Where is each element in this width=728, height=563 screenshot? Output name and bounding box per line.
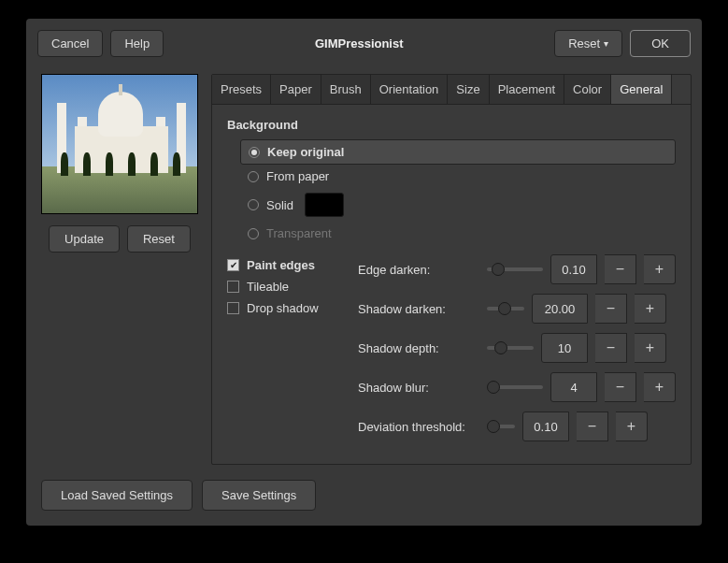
radio-icon (248, 199, 259, 210)
check-label: Tileable (247, 280, 289, 294)
background-section-title: Background (227, 118, 676, 132)
preview-reset-button[interactable]: Reset (127, 225, 191, 253)
ok-button[interactable]: OK (630, 30, 691, 57)
radio-label: Transparent (266, 226, 332, 240)
radio-label: From paper (266, 169, 329, 183)
tab-bar: Presets Paper Brush Orientation Size Pla… (212, 75, 691, 105)
chevron-down-icon: ▾ (604, 38, 608, 49)
radio-icon (249, 147, 260, 158)
tab-general[interactable]: General (611, 75, 672, 104)
shadow-depth-label: Shadow depth: (358, 341, 479, 355)
edge-darken-label: Edge darken: (358, 263, 479, 277)
deviation-input[interactable]: 0.10 (522, 411, 569, 441)
shadow-depth-minus[interactable]: − (595, 333, 627, 363)
reset-label: Reset (568, 36, 600, 51)
check-label: Drop shadow (247, 301, 319, 315)
tab-brush[interactable]: Brush (321, 75, 371, 104)
preview-image (41, 74, 198, 214)
deviation-slider[interactable] (487, 425, 515, 428)
shadow-blur-label: Shadow blur: (358, 381, 479, 395)
radio-icon (248, 171, 259, 182)
tab-orientation[interactable]: Orientation (371, 75, 449, 104)
shadow-darken-plus[interactable]: + (635, 294, 666, 324)
deviation-label: Deviation threshold: (358, 420, 479, 434)
radio-transparent: Transparent (240, 222, 676, 245)
shadow-depth-input[interactable]: 10 (541, 333, 588, 363)
edge-darken-input[interactable]: 0.10 (550, 254, 597, 284)
radio-solid[interactable]: Solid (240, 188, 676, 222)
shadow-blur-minus[interactable]: − (605, 372, 636, 402)
check-drop-shadow[interactable]: Drop shadow (227, 297, 339, 319)
radio-label: Keep original (267, 145, 344, 159)
tab-presets[interactable]: Presets (212, 75, 271, 104)
checkbox-icon (227, 281, 239, 293)
shadow-blur-input[interactable]: 4 (550, 372, 597, 402)
shadow-depth-plus[interactable]: + (635, 333, 666, 363)
tab-paper[interactable]: Paper (271, 75, 321, 104)
shadow-darken-slider[interactable] (487, 307, 524, 310)
tab-size[interactable]: Size (448, 75, 489, 104)
radio-label: Solid (266, 198, 293, 212)
shadow-depth-slider[interactable] (487, 346, 534, 350)
radio-keep-original[interactable]: Keep original (240, 139, 676, 165)
edge-darken-slider[interactable] (487, 267, 543, 271)
check-label: Paint edges (247, 258, 315, 272)
deviation-plus[interactable]: + (616, 411, 648, 441)
shadow-blur-plus[interactable]: + (644, 372, 676, 402)
tab-placement[interactable]: Placement (490, 75, 564, 104)
deviation-minus[interactable]: − (577, 411, 608, 441)
edge-darken-minus[interactable]: − (605, 254, 636, 284)
checkbox-icon (227, 302, 239, 314)
solid-color-swatch[interactable] (305, 193, 344, 217)
shadow-darken-input[interactable]: 20.00 (532, 294, 588, 324)
update-button[interactable]: Update (49, 225, 120, 253)
checkbox-icon: ✔ (227, 259, 239, 271)
radio-from-paper[interactable]: From paper (240, 165, 676, 188)
edge-darken-plus[interactable]: + (644, 254, 676, 284)
check-tileable[interactable]: Tileable (227, 276, 339, 297)
cancel-button[interactable]: Cancel (37, 30, 103, 57)
reset-dropdown-button[interactable]: Reset ▾ (554, 30, 622, 57)
shadow-darken-minus[interactable]: − (595, 294, 627, 324)
shadow-darken-label: Shadow darken: (358, 302, 479, 316)
tab-color[interactable]: Color (564, 75, 611, 104)
radio-icon (248, 228, 259, 239)
load-settings-button[interactable]: Load Saved Settings (41, 480, 193, 511)
help-button[interactable]: Help (110, 30, 164, 57)
save-settings-button[interactable]: Save Settings (202, 480, 316, 511)
dialog-title: GIMPressionist (171, 36, 547, 51)
check-paint-edges[interactable]: ✔ Paint edges (227, 254, 339, 276)
shadow-blur-slider[interactable] (487, 385, 543, 389)
